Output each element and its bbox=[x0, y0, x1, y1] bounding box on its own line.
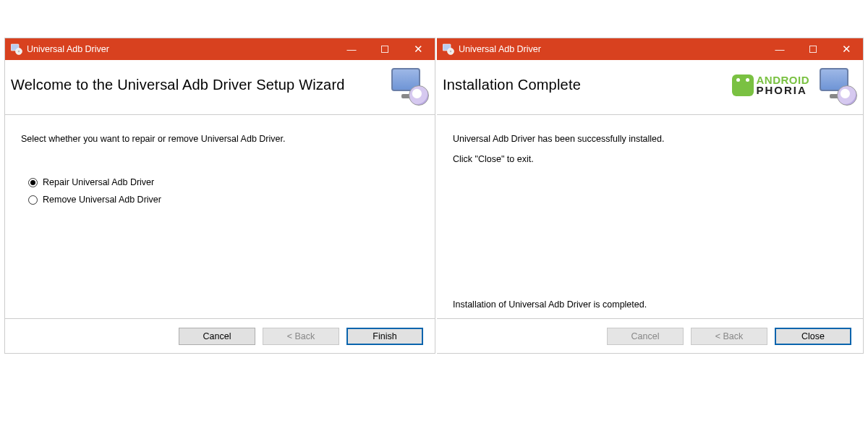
wizard-content: Universal Adb Driver has been successful… bbox=[437, 115, 863, 318]
completion-status: Installation of Universal Adb Driver is … bbox=[453, 299, 647, 310]
wizard-heading: Welcome to the Universal Adb Driver Setu… bbox=[9, 77, 386, 93]
setup-icon bbox=[820, 68, 854, 103]
finish-button[interactable]: Finish bbox=[346, 328, 423, 345]
back-button: < Back bbox=[691, 328, 767, 345]
setup-icon bbox=[391, 68, 426, 103]
action-radio-group: Repair Universal Adb Driver Remove Unive… bbox=[28, 177, 419, 205]
repair-option-label: Repair Universal Adb Driver bbox=[43, 177, 154, 187]
titlebar[interactable]: Universal Adb Driver — ✕ bbox=[437, 38, 863, 60]
maximize-button[interactable] bbox=[368, 38, 401, 60]
androidphoria-logo: ANDROID PHORIA bbox=[732, 75, 810, 96]
window-title: Universal Adb Driver bbox=[459, 44, 541, 54]
cancel-button: Cancel bbox=[607, 328, 684, 345]
remove-option[interactable]: Remove Universal Adb Driver bbox=[28, 195, 419, 205]
radio-unselected-icon bbox=[28, 195, 38, 205]
instruction-text: Select whether you want to repair or rem… bbox=[21, 134, 419, 144]
success-message: Universal Adb Driver has been successful… bbox=[453, 134, 847, 144]
maximize-button[interactable] bbox=[796, 38, 830, 60]
cancel-button[interactable]: Cancel bbox=[179, 328, 255, 345]
wizard-footer: Cancel < Back Finish bbox=[5, 318, 435, 353]
exit-instruction: Click "Close" to exit. bbox=[453, 154, 847, 164]
close-button[interactable]: Close bbox=[775, 328, 851, 345]
android-head-icon bbox=[732, 75, 754, 96]
radio-selected-icon bbox=[28, 178, 38, 187]
svg-point-5 bbox=[450, 51, 451, 52]
setup-wizard-window: Universal Adb Driver — ✕ Welcome to the … bbox=[4, 38, 435, 354]
wizard-header: Installation Complete ANDROID PHORIA bbox=[437, 60, 863, 115]
installation-complete-window: Universal Adb Driver — ✕ Installation Co… bbox=[437, 38, 864, 354]
remove-option-label: Remove Universal Adb Driver bbox=[43, 195, 161, 205]
wizard-header: Welcome to the Universal Adb Driver Setu… bbox=[5, 60, 435, 115]
svg-point-2 bbox=[18, 51, 20, 52]
minimize-button[interactable]: — bbox=[763, 38, 796, 60]
close-window-button[interactable]: ✕ bbox=[401, 38, 435, 60]
window-title: Universal Adb Driver bbox=[27, 44, 109, 54]
close-window-button[interactable]: ✕ bbox=[830, 38, 863, 60]
titlebar[interactable]: Universal Adb Driver — ✕ bbox=[5, 38, 435, 60]
wizard-footer: Cancel < Back Close bbox=[437, 318, 863, 353]
repair-option[interactable]: Repair Universal Adb Driver bbox=[28, 177, 419, 187]
wizard-content: Select whether you want to repair or rem… bbox=[5, 115, 435, 318]
wizard-heading: Installation Complete bbox=[441, 77, 732, 93]
installer-icon bbox=[11, 43, 22, 55]
minimize-button[interactable]: — bbox=[335, 38, 368, 60]
installer-icon bbox=[443, 43, 454, 55]
back-button: < Back bbox=[263, 328, 339, 345]
brand-line2: PHORIA bbox=[757, 85, 810, 95]
